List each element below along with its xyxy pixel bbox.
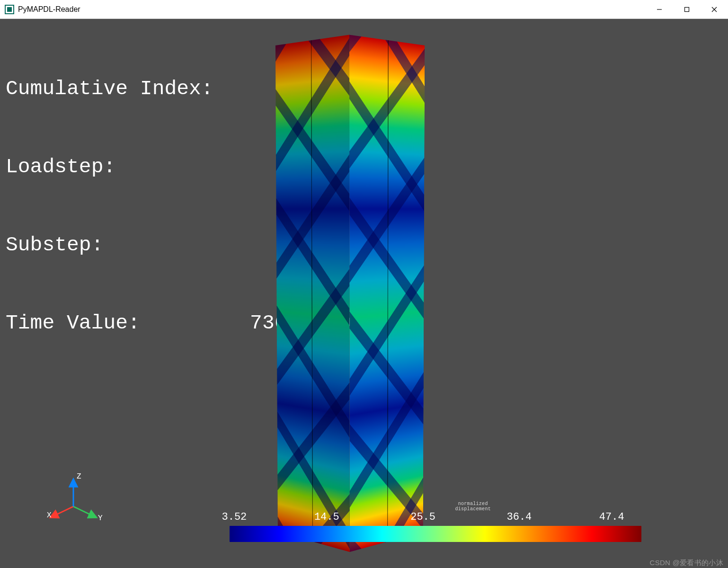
maximize-icon	[684, 7, 690, 12]
scalar-tick: 36.4	[506, 511, 532, 523]
scalar-tick: 3.52	[222, 511, 247, 523]
app-icon	[5, 5, 14, 14]
scalar-tick: 25.5	[410, 511, 435, 523]
axis-y-label: Y	[98, 514, 103, 523]
scalar-bar-ticks: 3.52 14.5 25.5 36.4 47.4	[230, 511, 641, 526]
axis-triad[interactable]: X Y Z	[45, 471, 102, 528]
mesh-face-left	[275, 35, 350, 552]
window-title: PyMAPDL-Reader	[18, 5, 80, 14]
axis-x-label: X	[47, 511, 52, 520]
mesh-face-right	[349, 35, 425, 552]
axis-z-label: Z	[77, 472, 81, 481]
close-icon	[711, 7, 717, 12]
scalar-bar-title: normalizeddisplacement	[455, 502, 491, 512]
loadstep-label: Loadstep:	[6, 154, 115, 180]
scalar-bar-gradient	[230, 526, 641, 542]
scalar-tick: 47.4	[599, 511, 624, 523]
maximize-button[interactable]	[673, 0, 701, 19]
beam-mesh[interactable]	[296, 38, 400, 545]
minimize-icon	[657, 7, 662, 12]
watermark: CSDN @爱看书的小沐	[650, 559, 724, 566]
scalar-tick: 14.5	[314, 511, 339, 523]
time-value-label: Time Value:	[6, 310, 140, 336]
scalar-bar: normalizeddisplacement 3.52 14.5 25.5 36…	[230, 511, 641, 542]
minimize-button[interactable]	[646, 0, 673, 19]
render-viewport[interactable]: Cumulative Index: 1 Loadstep: 1 Substep:…	[0, 19, 728, 568]
axis-x-icon	[51, 506, 73, 517]
axis-y-icon	[73, 506, 96, 517]
svg-rect-1	[685, 7, 689, 11]
titlebar: PyMAPDL-Reader	[0, 0, 728, 19]
cumulative-index-label: Cumulative Index:	[6, 76, 213, 102]
close-button[interactable]	[701, 0, 728, 19]
mesh-scene[interactable]	[279, 48, 445, 545]
substep-label: Substep:	[6, 232, 103, 258]
